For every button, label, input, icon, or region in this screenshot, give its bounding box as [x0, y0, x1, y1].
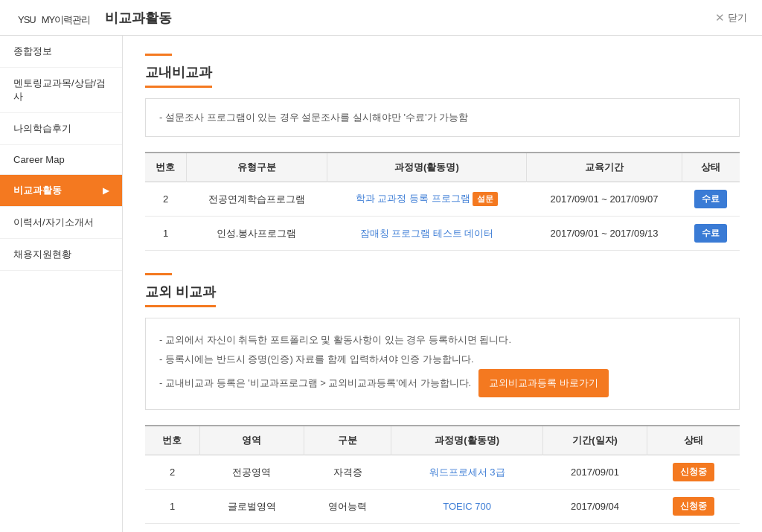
status-badge-pending-2: 신청중 [673, 497, 714, 516]
sidebar: 종합정보 멘토링교과목/상담/검사 나의학습후기 Career Map 비교과활… [0, 36, 123, 532]
cell-status: 신청중 [647, 455, 740, 490]
cell-name: 학과 교과정 등록 프로그램 설문 [327, 182, 527, 217]
info-line-1: - 교외에서 자신이 취득한 포트폴리오 및 활동사항이 있는 경우 등록하시면… [159, 330, 726, 350]
sidebar-item-extracurr[interactable]: 비교과활동 ▶ [0, 175, 122, 207]
outdoor-link-1[interactable]: 워드프로세서 3급 [429, 467, 505, 478]
info-text-indoor: - 설문조사 프로그램이 있는 경우 설문조사를 실시해야만 '수료'가 가능함 [159, 112, 468, 123]
cell-area: 전공영역 [199, 455, 304, 490]
cell-name: TOEIC 700 [391, 490, 543, 524]
sidebar-label-jobapp: 채용지원현황 [13, 248, 71, 261]
close-label: 닫기 [728, 11, 747, 25]
table-row: 2 전공영역 자격증 워드프로세서 3급 2017/09/01 신청중 [145, 455, 740, 490]
col-area: 영역 [199, 426, 304, 455]
arrow-icon: ▶ [103, 186, 109, 196]
logo: YSUMY이력관리 [12, 8, 90, 28]
cell-status: 수료 [682, 182, 740, 217]
table-row: 2 전공연계학습프로그램 학과 교과정 등록 프로그램 설문 2017/09/0… [145, 182, 740, 217]
col-name-1: 과정명(활동명) [327, 153, 527, 182]
col-no-1: 번호 [145, 153, 186, 182]
sidebar-item-general[interactable]: 종합정보 [0, 36, 122, 68]
logo-ysu: YSU [18, 14, 36, 25]
status-badge-complete-2: 수료 [694, 224, 727, 243]
sidebar-label-resume: 이력서/자기소개서 [13, 216, 94, 229]
cell-status: 수료 [682, 217, 740, 251]
status-badge-complete-1: 수료 [694, 190, 727, 208]
table-row: 1 인성.봉사프로그램 잠매칭 프로그램 테스트 데이터 2017/09/01 … [145, 217, 740, 251]
table-indoor-wrap: 번호 유형구분 과정명(활동명) 교육기간 상태 2 전공연계학습프로그램 [145, 152, 740, 251]
cell-type: 전공연계학습프로그램 [186, 182, 327, 217]
cell-no: 1 [145, 217, 186, 251]
info-box-outdoor: - 교외에서 자신이 취득한 포트폴리오 및 활동사항이 있는 경우 등록하시면… [145, 318, 740, 410]
cell-type: 인성.봉사프로그램 [186, 217, 327, 251]
section-outdoor: 교외 비교과 - 교외에서 자신이 취득한 포트폴리오 및 활동사항이 있는 경… [145, 273, 740, 524]
app-header: YSUMY이력관리 비교과활동 ✕ 닫기 [0, 0, 762, 36]
sidebar-label-mentoring: 멘토링교과목/상담/검사 [13, 77, 109, 103]
sidebar-label-general: 종합정보 [13, 45, 52, 58]
survey-badge-1: 설문 [473, 192, 498, 206]
col-status-2: 상태 [647, 426, 740, 455]
cell-name: 잠매칭 프로그램 테스트 데이터 [327, 217, 527, 251]
sidebar-label-careermap: Career Map [13, 154, 65, 165]
col-period-1: 교육기간 [527, 153, 682, 182]
cell-no: 2 [145, 455, 199, 490]
col-status-1: 상태 [682, 153, 740, 182]
table-outdoor: 번호 영역 구분 과정명(활동명) 기간(일자) 상태 2 전공영역 [145, 425, 740, 524]
cell-period: 2017/09/01 ~ 2017/09/07 [527, 182, 682, 217]
course-link-1[interactable]: 학과 교과정 등록 프로그램 [356, 193, 470, 204]
section-title-bar-1 [145, 54, 172, 56]
info-line-3: - 교내비교과 등록은 '비교과프로그램 > 교외비교과등록'에서 가능합니다. [159, 374, 471, 393]
sidebar-label-mylearning: 나의학습후기 [13, 122, 71, 135]
cell-status: 신청중 [647, 490, 740, 524]
course-link-2[interactable]: 잠매칭 프로그램 테스트 데이터 [360, 228, 494, 239]
cell-category: 영어능력 [304, 490, 391, 524]
app-layout: 종합정보 멘토링교과목/상담/검사 나의학습후기 Career Map 비교과활… [0, 36, 762, 532]
section-indoor: 교내비교과 - 설문조사 프로그램이 있는 경우 설문조사를 실시해야만 '수료… [145, 54, 740, 251]
cell-period: 2017/09/01 ~ 2017/09/13 [527, 217, 682, 251]
cell-no: 2 [145, 182, 186, 217]
cell-category: 자격증 [304, 455, 391, 490]
col-type-1: 유형구분 [186, 153, 327, 182]
outdoor-link-2[interactable]: TOEIC 700 [443, 501, 491, 512]
close-icon: ✕ [715, 11, 725, 25]
sidebar-item-jobapp[interactable]: 채용지원현황 [0, 239, 122, 271]
page-title: 비교과활동 [105, 9, 172, 27]
sidebar-item-mentoring[interactable]: 멘토링교과목/상담/검사 [0, 68, 122, 113]
cell-period: 2017/09/04 [542, 490, 647, 524]
status-badge-pending-1: 신청중 [673, 463, 714, 481]
main-content: 교내비교과 - 설문조사 프로그램이 있는 경우 설문조사를 실시해야만 '수료… [123, 36, 762, 532]
section-title-outdoor: 교외 비교과 [145, 283, 216, 307]
cell-name: 워드프로세서 3급 [391, 455, 543, 490]
sidebar-item-resume[interactable]: 이력서/자기소개서 [0, 207, 122, 239]
section-title-bar-2 [145, 273, 172, 275]
info-box-indoor: - 설문조사 프로그램이 있는 경우 설문조사를 실시해야만 '수료'가 가능함 [145, 98, 740, 137]
col-no-2: 번호 [145, 426, 199, 455]
register-outdoor-button[interactable]: 교외비교과등록 바로가기 [478, 369, 609, 397]
logo-system: MY이력관리 [42, 14, 91, 25]
info-line-3-wrap: - 교내비교과 등록은 '비교과프로그램 > 교외비교과등록'에서 가능합니다.… [159, 369, 726, 397]
cell-no: 1 [145, 490, 199, 524]
col-period-2: 기간(일자) [542, 426, 647, 455]
sidebar-label-extracurr: 비교과활동 [13, 184, 62, 197]
sidebar-item-careermap[interactable]: Career Map [0, 145, 122, 175]
sidebar-item-mylearning[interactable]: 나의학습후기 [0, 113, 122, 145]
table-indoor: 번호 유형구분 과정명(활동명) 교육기간 상태 2 전공연계학습프로그램 [145, 152, 740, 251]
info-line-2: - 등록시에는 반드시 증명(인증) 자료를 함께 입력하셔야 인증 가능합니다… [159, 350, 726, 369]
table-outdoor-wrap: 번호 영역 구분 과정명(활동명) 기간(일자) 상태 2 전공영역 [145, 425, 740, 524]
close-button[interactable]: ✕ 닫기 [715, 11, 747, 25]
col-category: 구분 [304, 426, 391, 455]
cell-area: 글로벌영역 [199, 490, 304, 524]
cell-period: 2017/09/01 [542, 455, 647, 490]
table-row: 1 글로벌영역 영어능력 TOEIC 700 2017/09/04 신청중 [145, 490, 740, 524]
section-title-indoor: 교내비교과 [145, 63, 212, 88]
col-name-2: 과정명(활동명) [391, 426, 543, 455]
